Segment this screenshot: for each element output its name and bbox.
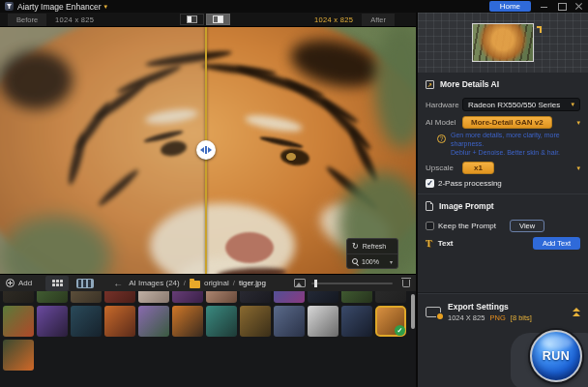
compare-slider-handle[interactable] (196, 140, 216, 160)
thumbnail-portrait-warm[interactable] (206, 291, 237, 303)
keep-prompt-checkbox[interactable] (426, 222, 434, 230)
thumbnails-scrollbar[interactable] (411, 294, 415, 329)
thumbnail-icon-grid[interactable] (37, 306, 68, 337)
delete-icon[interactable] (402, 280, 410, 287)
breadcrumb: AI Images (24) / original / tiger.jpg (129, 279, 266, 288)
back-arrow-icon[interactable]: ← (113, 279, 123, 288)
after-label: After (362, 14, 395, 26)
preview-area (418, 13, 588, 73)
side-by-side-view-toggle[interactable] (206, 14, 230, 25)
thumbnail-orange-room[interactable] (104, 306, 135, 337)
thumbnail-row: ✓ (3, 306, 413, 337)
add-button[interactable]: Add (6, 279, 32, 287)
two-pass-checkbox[interactable]: ✓ (426, 179, 434, 188)
thumbnail-dark-2[interactable] (240, 291, 271, 303)
thumbnail-cave[interactable] (71, 291, 102, 303)
thumbnail-jellyfish[interactable] (138, 306, 169, 337)
add-text-button[interactable]: Add Text (533, 237, 580, 250)
ai-model-label: AI Model (426, 118, 458, 127)
maximize-button[interactable] (557, 2, 566, 11)
thumbnail-parrot-flowers[interactable] (3, 306, 34, 337)
export-settings-icon (426, 307, 441, 317)
breadcrumb-separator: / (233, 279, 235, 287)
thumbnail-dark-3[interactable] (308, 291, 338, 303)
thumbnail-screens[interactable] (71, 306, 102, 337)
home-button[interactable]: Home (489, 1, 531, 12)
side-by-side-icon (213, 15, 223, 23)
thumbnail-size-icon (294, 279, 306, 287)
slider-handle[interactable] (314, 280, 317, 287)
grid-view-button[interactable] (45, 276, 69, 291)
two-pass-row: ✓ 2-Pass processing (418, 179, 588, 188)
zoom-level-value: 100% (362, 258, 379, 265)
thumbnail-toucan[interactable] (3, 340, 34, 371)
thumbnail-frog-2[interactable] (341, 291, 372, 303)
preview-thumbnail[interactable] (472, 23, 534, 62)
export-size: 1024 X 825 (448, 313, 485, 322)
filmstrip-icon (78, 280, 92, 287)
ai-model-chevron-icon[interactable]: ▾ (576, 119, 580, 127)
close-button[interactable] (574, 2, 583, 11)
help-icon[interactable]: ? (437, 134, 446, 143)
thumbnail-tiger-selected[interactable]: ✓ (375, 306, 406, 337)
upscale-chevron-icon[interactable]: ▾ (576, 164, 580, 172)
app-logo-icon (5, 2, 14, 11)
text-label: Text (438, 239, 454, 248)
before-image-half (0, 27, 205, 274)
thumbnail-red-scene[interactable] (104, 291, 135, 303)
selected-check-icon: ✓ (395, 325, 405, 336)
ai-model-button[interactable]: More-Detail GAN v2 (462, 116, 552, 129)
app-menu-chevron-icon[interactable]: ▾ (103, 3, 107, 11)
split-view-toggle[interactable] (180, 14, 204, 25)
view-button[interactable]: View (510, 220, 544, 232)
thumbnail-moth[interactable] (206, 306, 237, 337)
thumbnail-dark-4[interactable] (375, 291, 406, 303)
refresh-button[interactable]: ↻ Refresh (347, 239, 397, 253)
ai-model-description-row: ? Gen more details, more clarity, more s… (418, 129, 588, 157)
thumbnail-mountains[interactable] (274, 306, 305, 337)
slider-bar-icon (205, 146, 207, 154)
ai-model-row: AI Model More-Detail GAN v2 ▾ (418, 116, 588, 129)
thumbnail-dark-1[interactable] (3, 291, 34, 303)
thumbnail-size-slider[interactable] (311, 283, 393, 284)
thumbnail-framed-photo[interactable] (308, 306, 338, 337)
two-pass-label: 2-Pass processing (438, 179, 502, 188)
filmstrip-view-button[interactable] (76, 279, 94, 288)
minimize-button[interactable] (540, 2, 548, 11)
export-title: Export Settings (448, 302, 532, 312)
thumbnail-frog-1[interactable] (37, 291, 68, 303)
magnifier-icon (352, 258, 358, 264)
before-size: 1024 x 825 (55, 15, 94, 24)
thumbnail-purple-scene[interactable] (172, 291, 203, 303)
export-settings[interactable]: Export Settings 1024 X 825 PNG [8 bits] (418, 292, 588, 329)
enhance-icon: ↗ (426, 80, 434, 89)
run-zone: RUN (418, 329, 588, 387)
run-button[interactable]: RUN (530, 330, 582, 382)
split-view-icon (187, 15, 197, 23)
thumbnail-space-figure[interactable] (341, 306, 372, 337)
image-viewer: ↻ Refresh 100% ▾ (0, 27, 416, 274)
breadcrumb-file[interactable]: tiger.jpg (239, 279, 266, 287)
zoom-level-dropdown[interactable]: 100% ▾ (347, 253, 397, 268)
breadcrumb-root[interactable]: AI Images (24) (129, 279, 179, 287)
document-icon (426, 201, 433, 211)
thumbnail-monk[interactable] (172, 306, 203, 337)
upscale-button[interactable]: x1 (462, 162, 494, 174)
image-prompt-title: Image Prompt (439, 201, 494, 211)
thumbnail-neon-city[interactable] (274, 291, 305, 303)
app-title: Aiarty Image Enhancer (17, 2, 101, 12)
keep-prompt-label: Keep the Prompt (438, 222, 496, 230)
collapse-chevrons-icon[interactable] (573, 308, 580, 316)
breadcrumb-folder[interactable]: original (204, 279, 229, 287)
thumbnail-steampunk-train[interactable] (240, 306, 271, 337)
crop-corner-icon (537, 26, 542, 33)
hardware-value: Radeon RX550/550 Series (468, 101, 560, 109)
thumbnail-portrait-light[interactable] (138, 291, 169, 303)
text-row: T Text Add Text (418, 237, 588, 250)
after-size: 1024 x 825 (314, 15, 353, 24)
image-prompt-header: Image Prompt (418, 194, 588, 215)
hardware-dropdown[interactable]: Radeon RX550/550 Series ▾ (462, 98, 580, 111)
export-summary: 1024 X 825 PNG [8 bits] (448, 313, 532, 322)
export-format: PNG (489, 313, 505, 322)
more-details-title: More Details AI (440, 79, 499, 89)
